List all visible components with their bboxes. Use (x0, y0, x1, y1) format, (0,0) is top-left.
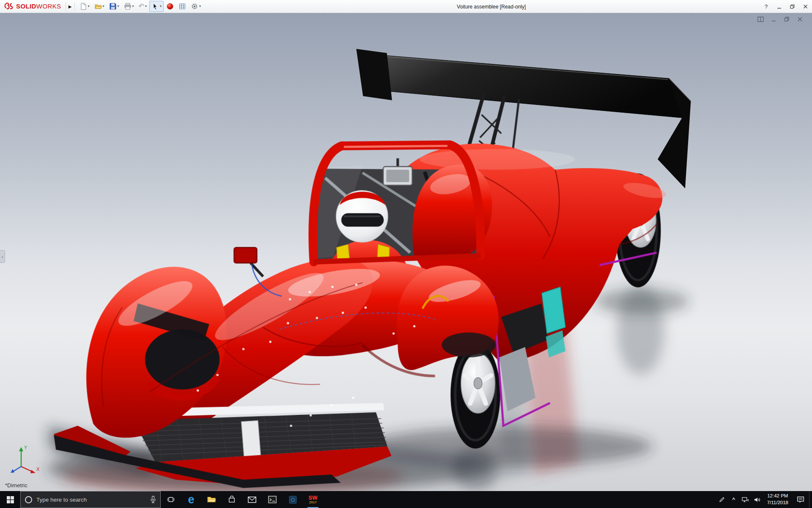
dropdown-caret-icon: ▾ (103, 5, 104, 8)
show-desktop-button[interactable] (809, 491, 812, 508)
volume-button[interactable] (752, 491, 763, 508)
chevron-up-icon: ^ (732, 497, 735, 502)
new-document-icon (80, 3, 87, 10)
volume-icon (754, 497, 761, 502)
design-table-icon (178, 3, 186, 10)
brand-text-bold: SOLID (16, 3, 36, 10)
triad-y-label: Y (24, 445, 27, 450)
undo-icon: ↶ (139, 3, 144, 10)
dark-blue-app-button[interactable] (283, 491, 303, 508)
side-mirror (234, 247, 257, 263)
solidworks-logo: SOLIDWORKS (0, 0, 66, 13)
menu-expand-button[interactable]: ▶ (66, 1, 74, 12)
select-tool-button[interactable]: ▾ (149, 1, 164, 12)
store-button[interactable] (222, 491, 242, 508)
help-icon: ? (765, 3, 768, 10)
minimize-icon (777, 4, 782, 9)
3d-model-view[interactable] (0, 13, 812, 491)
panel-flyout-tab[interactable]: ‹ (0, 250, 5, 263)
taskbar-clock[interactable]: 12:42 PM 7/11/2018 (763, 493, 792, 506)
select-cursor-icon (151, 3, 159, 10)
windows-logo-icon (7, 496, 14, 503)
doc-restore-icon (784, 17, 790, 22)
restore-icon (790, 4, 795, 9)
mail-icon (248, 497, 256, 503)
quick-access-toolbar: ▾ ▾ ▾ ▾ (77, 1, 203, 12)
appearance-sphere-icon (166, 3, 174, 10)
network-icon (742, 497, 749, 502)
clock-date: 7/11/2018 (767, 500, 788, 506)
start-button[interactable] (0, 491, 20, 508)
action-center-button[interactable] (792, 491, 809, 508)
dropdown-caret-icon: ▾ (118, 5, 119, 8)
task-view-button[interactable] (161, 491, 181, 508)
save-floppy-icon (109, 3, 117, 10)
triad-x-label: X (36, 467, 40, 472)
solidworks-app-icon: SW 2017 (309, 495, 318, 504)
dropdown-caret-icon: ▾ (132, 5, 134, 8)
mail-button[interactable] (242, 491, 262, 508)
solidworks-2017-button[interactable]: SW 2017 (303, 491, 323, 508)
task-view-icon (167, 496, 175, 503)
system-tray: ^ 12:42 PM 7/11/2018 (716, 491, 812, 508)
network-button[interactable] (740, 491, 752, 508)
tile-window-icon (757, 17, 764, 22)
save-button[interactable]: ▾ (107, 1, 121, 12)
search-placeholder: Type here to search (36, 497, 146, 503)
doc-close-icon (797, 17, 803, 22)
minimize-button[interactable] (773, 0, 786, 13)
hidden-icons-button[interactable]: ^ (728, 491, 740, 508)
dassault-3ds-icon (3, 2, 14, 11)
document-title: Voiture assemblee [Read-only] (457, 0, 526, 13)
close-button[interactable] (799, 0, 812, 13)
view-orientation-label: *Dimetric (5, 482, 27, 489)
dark-blue-app-icon (289, 496, 297, 504)
doc-restore-button[interactable] (783, 16, 790, 22)
terminal-app-button[interactable] (262, 491, 283, 508)
file-explorer-button[interactable] (201, 491, 222, 508)
windows-taskbar: Type here to search e (0, 491, 812, 508)
help-button[interactable]: ? (760, 0, 773, 13)
separator (74, 2, 75, 11)
tile-window-button[interactable] (757, 16, 764, 22)
cortana-icon (25, 496, 32, 503)
dropdown-caret-icon: ▾ (160, 5, 162, 8)
graphics-area[interactable]: ‹ Y X *Dimetric (0, 13, 812, 491)
dropdown-caret-icon: ▾ (199, 5, 201, 8)
doc-minimize-icon (771, 17, 776, 22)
solidworks-window: SOLIDWORKS ▶ ▾ ▾ (0, 0, 812, 508)
open-button[interactable]: ▾ (92, 1, 107, 12)
microphone-icon[interactable] (150, 496, 156, 503)
taskbar-search-box[interactable]: Type here to search (20, 491, 161, 508)
window-controls: ? (760, 0, 812, 13)
brand-text-light: WORKS (36, 3, 61, 10)
dropdown-caret-icon: ▾ (88, 5, 90, 8)
pen-icon (719, 497, 725, 502)
edge-icon: e (188, 494, 194, 505)
doc-minimize-button[interactable] (770, 16, 777, 22)
menu-expand-icon: ▶ (69, 4, 72, 9)
document-window-controls (757, 16, 804, 22)
ink-workspace-button[interactable] (716, 491, 728, 508)
options-button[interactable]: ▾ (189, 1, 203, 12)
helmet-visor (341, 213, 384, 227)
new-document-button[interactable]: ▾ (77, 1, 92, 12)
design-table-button[interactable] (176, 1, 188, 12)
appearance-button[interactable] (164, 1, 176, 12)
restore-button[interactable] (786, 0, 799, 13)
print-icon (124, 3, 132, 10)
print-button[interactable]: ▾ (122, 1, 136, 12)
file-explorer-icon (207, 496, 216, 503)
undo-button[interactable]: ↶ ▾ (137, 1, 149, 12)
clock-time: 12:42 PM (767, 493, 788, 500)
orientation-triad: Y X (7, 441, 42, 477)
flyout-arrow-icon: ‹ (2, 254, 3, 259)
close-icon (803, 4, 808, 9)
doc-close-button[interactable] (796, 16, 804, 22)
titlebar: SOLIDWORKS ▶ ▾ ▾ (0, 0, 812, 13)
open-folder-icon (94, 3, 102, 10)
store-bag-icon (228, 496, 236, 503)
terminal-icon (268, 496, 277, 503)
notification-icon (797, 496, 804, 503)
edge-button[interactable]: e (181, 491, 201, 508)
